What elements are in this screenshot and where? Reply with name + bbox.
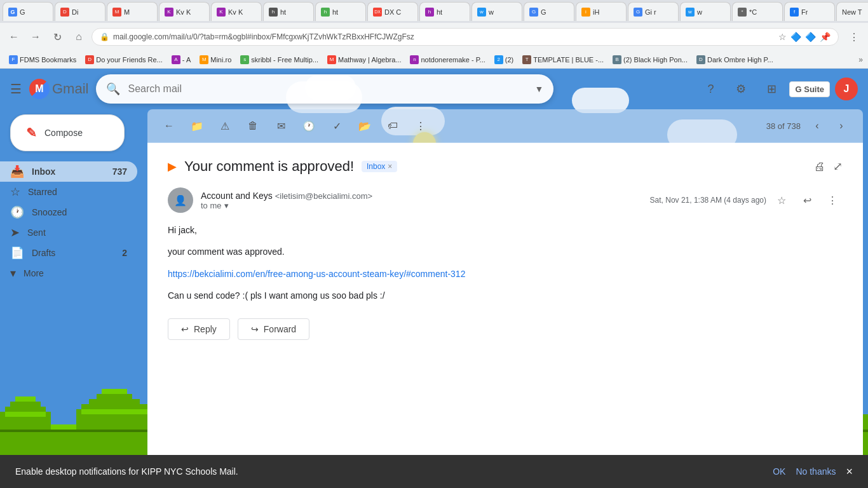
reply-icon: ↩ [181, 324, 189, 334]
more-email-button[interactable]: ⋮ [822, 190, 843, 210]
extension-icon-1[interactable]: 🔷 [790, 32, 801, 42]
notification-close-button[interactable]: × [846, 465, 853, 478]
email-subject-row: ▶ Your comment is approved! Inbox × 🖨 ⤢ [168, 158, 843, 175]
tab-k2[interactable]: KKv K [211, 2, 262, 21]
settings-button[interactable]: ⚙ [728, 76, 754, 102]
bookmark-a-label: - A [182, 56, 191, 64]
bookmark-friends[interactable]: D Do your Friends Re... [81, 54, 166, 65]
prev-email-button[interactable]: ‹ [806, 114, 829, 137]
notification-no-thanks-button[interactable]: No thanks [796, 466, 836, 477]
back-button[interactable]: ← [5, 28, 23, 46]
email-toolbar: ← 📁 ⚠ 🗑 ✉ 🕐 ✓ 📂 🏷 ⋮ 38 of 738 ‹ › [147, 109, 863, 143]
search-dropdown-arrow[interactable]: ▼ [535, 84, 544, 94]
tab-fr1[interactable]: fFr [784, 2, 835, 21]
next-email-button[interactable]: › [830, 114, 853, 137]
extension-icon-2[interactable]: 🔷 [805, 32, 816, 42]
lock-icon: 🔒 [100, 32, 109, 41]
sidebar-item-starred[interactable]: ☆ Starred [0, 182, 137, 202]
sidebar-item-inbox[interactable]: 📥 Inbox 737 [0, 161, 137, 182]
tab-dx[interactable]: DXDX C [367, 2, 418, 21]
bookmark-2-label: (2) [505, 56, 513, 64]
email-greeting: Hi jack, [168, 223, 843, 237]
tab-gir[interactable]: GGi r [628, 2, 679, 21]
sidebar-item-drafts[interactable]: 📄 Drafts 2 [0, 243, 137, 263]
tab-w1[interactable]: ww [471, 2, 522, 21]
bookmark-mini[interactable]: M Mini.ro [196, 54, 235, 65]
sender-avatar: 👤 [168, 187, 193, 213]
bookmark-skribbl[interactable]: s skribbl - Free Multip... [236, 54, 322, 65]
labels-button[interactable]: 🏷 [381, 114, 404, 137]
tab-ht2[interactable]: hht [315, 2, 366, 21]
reply-label: Reply [194, 324, 217, 334]
star-icon: ☆ [10, 185, 20, 199]
tab-ih[interactable]: iiH [576, 2, 627, 21]
more-actions-button[interactable]: ⋮ [409, 114, 432, 137]
compose-icon: ✎ [26, 125, 37, 140]
reply-email-button[interactable]: ↩ [797, 190, 817, 210]
inbox-tag-label: Inbox [367, 162, 385, 171]
bookmarks-more[interactable]: » [858, 55, 863, 64]
mark-unread-button[interactable]: ✉ [269, 114, 292, 137]
bookmark-template-label: TEMPLATE | BLUE -... [533, 56, 604, 64]
bookmark-mathway[interactable]: M Mathway | Algebra... [323, 54, 405, 65]
gmail-logo: M Gmail [29, 79, 88, 99]
tab-m1[interactable]: MM [107, 2, 158, 21]
bookmark-template[interactable]: T TEMPLATE | BLUE -... [519, 54, 607, 65]
notification-text: Enable desktop notifications for KIPP NY… [15, 466, 773, 477]
sidebar: ✎ Compose 📥 Inbox 737 ☆ Starred 🕐 Snooze… [0, 109, 147, 488]
tab-ht3[interactable]: hht [419, 2, 470, 21]
archive-button[interactable]: 📁 [186, 114, 208, 137]
tab-ht1[interactable]: hht [263, 2, 314, 21]
delete-button[interactable]: 🗑 [241, 114, 264, 137]
tab-w2[interactable]: ww [680, 2, 731, 21]
notification-ok-button[interactable]: OK [773, 466, 785, 477]
star-bookmark-icon[interactable]: ☆ [778, 32, 787, 42]
tab-di[interactable]: DDi [55, 2, 105, 21]
browser-menu-button[interactable]: ⋮ [845, 28, 863, 46]
tab-k1[interactable]: KKv K [159, 2, 210, 21]
reply-button[interactable]: ↩ Reply [168, 318, 230, 340]
email-subject: Your comment is approved! [184, 158, 354, 175]
to-me-dropdown[interactable]: ▾ [224, 201, 229, 210]
bookmark-fdms[interactable]: F FDMS Bookmarks [5, 54, 80, 65]
forward-button[interactable]: ↪ Forward [238, 318, 309, 340]
tab-c[interactable]: **C [732, 2, 783, 21]
sidebar-item-snoozed[interactable]: 🕐 Snoozed [0, 202, 137, 222]
inbox-tag-close[interactable]: × [388, 162, 392, 171]
tab-g2[interactable]: GG [524, 2, 574, 21]
sidebar-item-starred-label: Starred [28, 187, 127, 197]
url-text: mail.google.com/mail/u/0/?tab=rm&ogbl#in… [113, 32, 414, 41]
print-button[interactable]: 🖨 [814, 160, 825, 173]
sidebar-item-sent[interactable]: ➤ Sent [0, 222, 137, 243]
avatar[interactable]: J [835, 78, 858, 100]
forward-label: Forward [264, 324, 296, 334]
spam-button[interactable]: ⚠ [214, 114, 236, 137]
bookmark-a[interactable]: A - A [168, 54, 194, 65]
extension-icon-3[interactable]: 📌 [820, 32, 831, 42]
address-input[interactable]: 🔒 mail.google.com/mail/u/0/?tab=rm&ogbl#… [92, 28, 839, 46]
gmail-header: ☰ M Gmail 🔍 ▼ ? ⚙ ⊞ G Suite J [0, 69, 868, 109]
back-to-inbox-button[interactable]: ← [158, 114, 180, 137]
menu-button[interactable]: ☰ [10, 81, 22, 97]
tab-new1[interactable]: New T [836, 2, 868, 21]
help-button[interactable]: ? [698, 76, 723, 102]
forward-button[interactable]: → [27, 28, 44, 46]
bookmark-notdone[interactable]: n notdoneremake - P... [406, 54, 489, 65]
expand-button[interactable]: ⤢ [833, 159, 843, 173]
tab-g[interactable]: GG [3, 2, 53, 21]
home-button[interactable]: ⌂ [70, 28, 88, 46]
reload-button[interactable]: ↻ [48, 28, 66, 46]
email-body-line1: your comment was approved. [168, 245, 843, 259]
bookmark-black[interactable]: B (2) Black High Pon... [609, 54, 691, 65]
sidebar-item-more[interactable]: ▾ More [0, 263, 137, 283]
move-to-button[interactable]: 📂 [353, 114, 376, 137]
apps-button[interactable]: ⊞ [759, 76, 784, 102]
bookmark-2[interactable]: 2 (2) [491, 54, 517, 65]
compose-button[interactable]: ✎ Compose [10, 114, 125, 151]
done-button[interactable]: ✓ [325, 114, 348, 137]
bookmark-dark[interactable]: D Dark Ombre High P... [693, 54, 777, 65]
search-input[interactable] [96, 74, 553, 104]
star-email-button[interactable]: ☆ [771, 190, 792, 210]
snooze-button[interactable]: 🕐 [297, 114, 320, 137]
email-link[interactable]: https://bekcialimi.com/en/free-among-us-… [168, 269, 465, 279]
